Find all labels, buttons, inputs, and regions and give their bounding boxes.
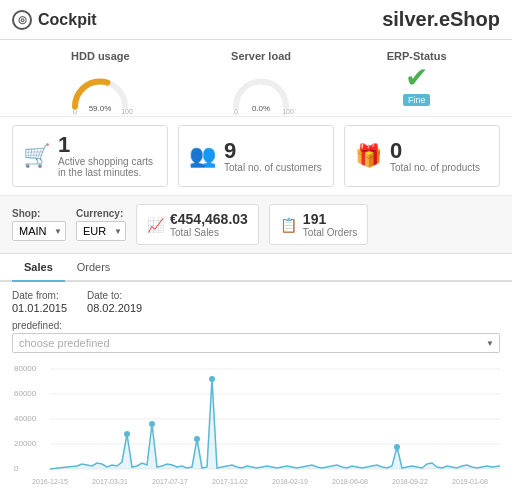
orders-icon: 📋 xyxy=(280,217,297,233)
currency-select[interactable]: EUR xyxy=(76,221,126,241)
date-to-group: Date to: 08.02.2019 xyxy=(87,290,142,314)
total-orders-info: 191 Total Orders xyxy=(303,211,357,238)
date-filters: Date from: 01.01.2015 Date to: 08.02.201… xyxy=(12,290,500,314)
svg-text:2016-12-15: 2016-12-15 xyxy=(32,478,68,485)
server-gauge: 0.0% 0 100 xyxy=(226,66,296,106)
erp-label: ERP-Status xyxy=(387,50,447,62)
date-to-value: 08.02.2019 xyxy=(87,302,142,314)
svg-text:80000: 80000 xyxy=(14,364,37,373)
svg-text:100: 100 xyxy=(282,108,294,115)
predefined-select[interactable]: choose predefined xyxy=(12,333,500,353)
brand: silver.eShop xyxy=(382,8,500,31)
app-title: Cockpit xyxy=(38,11,97,29)
svg-text:40000: 40000 xyxy=(14,414,37,423)
hdd-gauge-svg: 59.0% 0 100 xyxy=(65,66,135,116)
shop-control: Shop: MAIN xyxy=(12,208,66,241)
currency-label: Currency: xyxy=(76,208,126,219)
erp-badge: Fine xyxy=(403,94,431,106)
hdd-gauge: 59.0% 0 100 xyxy=(65,66,135,106)
sales-chart: 80000 60000 40000 20000 0 2016-12-15 201 xyxy=(12,359,500,489)
stat-card-products: 🎁 0 Total no. of products xyxy=(344,125,500,187)
svg-text:2017-11-02: 2017-11-02 xyxy=(212,478,248,485)
stat-card-customers: 👥 9 Total no. of customers xyxy=(178,125,334,187)
header: ◎ Cockpit silver.eShop xyxy=(0,0,512,40)
carts-number: 1 xyxy=(58,134,157,156)
currency-select-wrapper[interactable]: EUR xyxy=(76,221,126,241)
shop-select-wrapper[interactable]: MAIN xyxy=(12,221,66,241)
shop-select[interactable]: MAIN xyxy=(12,221,66,241)
svg-text:0: 0 xyxy=(234,108,238,115)
svg-text:2017-03-31: 2017-03-31 xyxy=(92,478,128,485)
svg-text:0: 0 xyxy=(73,108,77,115)
chart-svg: 80000 60000 40000 20000 0 2016-12-15 201 xyxy=(12,359,500,489)
customers-icon: 👥 xyxy=(189,143,216,169)
products-desc: Total no. of products xyxy=(390,162,480,173)
sales-chart-icon: 📈 xyxy=(147,217,164,233)
total-sales-info: €454,468.03 Total Sales xyxy=(170,211,248,238)
svg-text:2019-01-08: 2019-01-08 xyxy=(452,478,488,485)
predefined-select-wrapper[interactable]: choose predefined xyxy=(12,333,500,353)
svg-point-17 xyxy=(124,431,130,437)
server-gauge-svg: 0.0% 0 100 xyxy=(226,66,296,116)
svg-text:2017-07-17: 2017-07-17 xyxy=(152,478,188,485)
predefined-label: predefined: xyxy=(12,320,500,331)
date-to-label: Date to: xyxy=(87,290,142,301)
hdd-label: HDD usage xyxy=(71,50,130,62)
controls-row: Shop: MAIN Currency: EUR 📈 €454,468.03 T… xyxy=(0,196,512,254)
total-sales-value: €454,468.03 xyxy=(170,211,248,227)
svg-point-19 xyxy=(194,436,200,442)
brand-bold: eShop xyxy=(439,8,500,30)
svg-text:59.0%: 59.0% xyxy=(89,104,112,113)
currency-control: Currency: EUR xyxy=(76,208,126,241)
erp-metric: ERP-Status ✔ Fine xyxy=(387,50,447,106)
svg-text:0: 0 xyxy=(14,464,19,473)
products-icon: 🎁 xyxy=(355,143,382,169)
svg-text:0.0%: 0.0% xyxy=(252,104,270,113)
erp-check-icon: ✔ xyxy=(405,64,428,92)
svg-marker-16 xyxy=(50,379,500,469)
hdd-metric: HDD usage 59.0% 0 100 xyxy=(65,50,135,106)
customers-desc: Total no. of customers xyxy=(224,162,322,173)
stat-card-carts: 🛒 1 Active shopping carts in the last mi… xyxy=(12,125,168,187)
svg-text:20000: 20000 xyxy=(14,439,37,448)
chart-area: Date from: 01.01.2015 Date to: 08.02.201… xyxy=(0,282,512,500)
tab-sales[interactable]: Sales xyxy=(12,254,65,282)
svg-text:2018-09-22: 2018-09-22 xyxy=(392,478,428,485)
total-orders-card: 📋 191 Total Orders xyxy=(269,204,368,245)
total-orders-label: Total Orders xyxy=(303,227,357,238)
customers-number: 9 xyxy=(224,140,322,162)
svg-text:2018-06-08: 2018-06-08 xyxy=(332,478,368,485)
svg-point-21 xyxy=(394,444,400,450)
total-orders-value: 191 xyxy=(303,211,357,227)
date-from-label: Date from: xyxy=(12,290,67,301)
tab-orders[interactable]: Orders xyxy=(65,254,123,282)
cockpit-icon: ◎ xyxy=(12,10,32,30)
shop-label: Shop: xyxy=(12,208,66,219)
date-from-group: Date from: 01.01.2015 xyxy=(12,290,67,314)
products-number: 0 xyxy=(390,140,480,162)
server-label: Server load xyxy=(231,50,291,62)
predefined-row: predefined: choose predefined xyxy=(12,320,500,353)
svg-text:2018-02-19: 2018-02-19 xyxy=(272,478,308,485)
total-sales-card: 📈 €454,468.03 Total Sales xyxy=(136,204,259,245)
svg-text:100: 100 xyxy=(122,108,134,115)
stats-row: 🛒 1 Active shopping carts in the last mi… xyxy=(0,117,512,196)
brand-prefix: silver. xyxy=(382,8,439,30)
cart-icon: 🛒 xyxy=(23,143,50,169)
metrics-row: HDD usage 59.0% 0 100 Server load 0.0% 0… xyxy=(0,40,512,117)
stat-info-customers: 9 Total no. of customers xyxy=(224,140,322,173)
svg-point-20 xyxy=(209,376,215,382)
stat-info-carts: 1 Active shopping carts in the last minu… xyxy=(58,134,157,178)
tabs-row: Sales Orders xyxy=(0,254,512,282)
carts-desc: Active shopping carts in the last minute… xyxy=(58,156,157,178)
date-from-value: 01.01.2015 xyxy=(12,302,67,314)
server-metric: Server load 0.0% 0 100 xyxy=(226,50,296,106)
app-title-group: ◎ Cockpit xyxy=(12,10,97,30)
stat-info-products: 0 Total no. of products xyxy=(390,140,480,173)
total-sales-label: Total Sales xyxy=(170,227,248,238)
svg-text:60000: 60000 xyxy=(14,389,37,398)
svg-point-18 xyxy=(149,421,155,427)
